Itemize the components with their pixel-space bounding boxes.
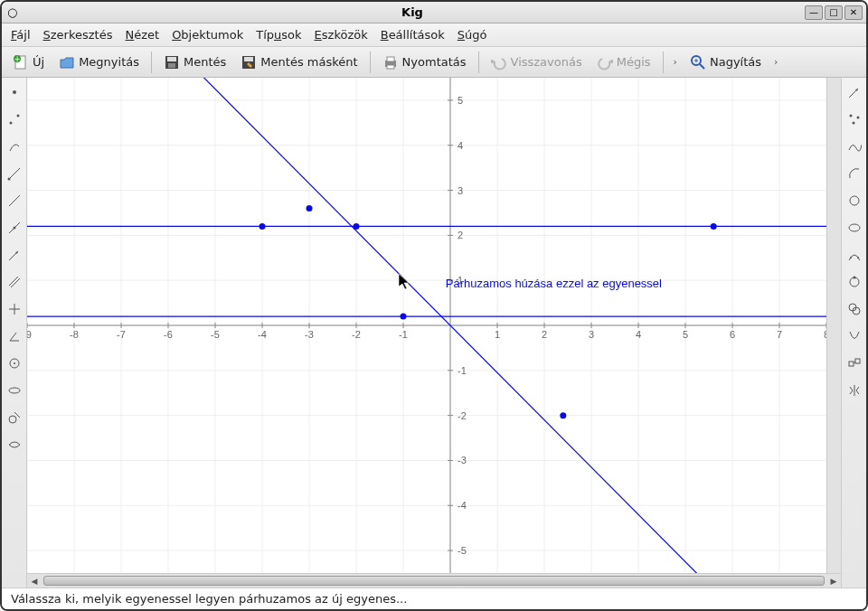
menu-help[interactable]: Súgó: [458, 28, 487, 42]
svg-text:7: 7: [777, 329, 782, 340]
svg-point-137: [853, 277, 855, 279]
svg-point-133: [849, 224, 860, 231]
zoom-label: Nagyítás: [710, 55, 761, 69]
svg-point-124: [401, 314, 407, 320]
toolbar-overflow-left[interactable]: ›: [670, 56, 681, 68]
app-window: ○ Kig — □ ✕ Fájl Szerkesztés Nézet Objek…: [0, 0, 868, 611]
svg-text:-2: -2: [352, 329, 361, 340]
parabola-tool[interactable]: [845, 327, 863, 345]
point-tool[interactable]: [5, 83, 24, 101]
app-icon: ○: [2, 5, 20, 19]
arc-tool[interactable]: [845, 164, 863, 183]
horizontal-scrollbar[interactable]: ◀ ▶: [27, 573, 841, 588]
zoom-button[interactable]: Nagyítás: [684, 52, 767, 73]
save-button[interactable]: Mentés: [158, 52, 231, 73]
svg-text:+: +: [14, 55, 21, 63]
svg-point-129: [849, 115, 852, 118]
svg-line-20: [9, 195, 20, 206]
segment-tool[interactable]: [5, 137, 24, 155]
svg-rect-141: [855, 359, 860, 363]
menu-objects[interactable]: Objektumok: [172, 28, 243, 42]
new-button[interactable]: + Új: [7, 52, 50, 73]
undo-icon: [491, 54, 507, 70]
save-label: Mentés: [184, 55, 226, 69]
menu-edit[interactable]: Szerkesztés: [43, 28, 113, 42]
halfline-tool[interactable]: [5, 219, 24, 237]
open-button[interactable]: Megnyitás: [53, 52, 145, 73]
svg-text:6: 6: [730, 329, 735, 340]
ray-tool[interactable]: [5, 164, 24, 183]
perpendicular-tool[interactable]: [5, 300, 24, 318]
saveas-icon: [241, 54, 257, 70]
transform-tool[interactable]: [845, 354, 863, 372]
svg-text:4: 4: [636, 329, 641, 340]
zoom-icon: [690, 54, 706, 70]
curve-tool[interactable]: [845, 137, 863, 155]
svg-rect-9: [387, 57, 394, 61]
svg-text:-3: -3: [458, 455, 467, 465]
points-tool[interactable]: [845, 110, 863, 128]
window-title: Kig: [20, 5, 805, 19]
svg-text:-1: -1: [399, 329, 408, 340]
maximize-button[interactable]: □: [825, 5, 843, 20]
scroll-thumb[interactable]: [43, 576, 825, 586]
svg-text:-7: -7: [117, 329, 126, 340]
circle3-tool[interactable]: [845, 300, 863, 318]
ellipse-tool[interactable]: [845, 219, 863, 237]
menu-file[interactable]: Fájl: [11, 28, 31, 42]
canvas[interactable]: -9-8-7-6-5-4-3-2-112345678-5-4-3-2-11234…: [27, 78, 826, 573]
svg-rect-10: [387, 65, 394, 69]
circle-center-tool[interactable]: [5, 354, 24, 372]
scroll-right-button[interactable]: ▶: [826, 574, 841, 588]
parallel-tool[interactable]: [5, 273, 24, 291]
vector-tool[interactable]: [5, 246, 24, 264]
svg-text:-5: -5: [458, 545, 467, 556]
tangent-tool[interactable]: [5, 409, 24, 427]
vertical-scrollbar[interactable]: [826, 78, 841, 573]
svg-text:4: 4: [458, 140, 463, 151]
svg-point-135: [857, 257, 859, 258]
menu-view[interactable]: Nézet: [125, 28, 159, 42]
svg-point-29: [14, 362, 15, 364]
midpoint-tool[interactable]: [5, 110, 24, 128]
toolbar: + Új Megnyitás Mentés Mentés másként Nyo…: [2, 47, 866, 78]
menu-settings[interactable]: Beállítások: [381, 28, 445, 42]
undo-button[interactable]: Visszavonás: [486, 52, 588, 73]
undo-label: Visszavonás: [511, 55, 582, 69]
minimize-button[interactable]: —: [805, 5, 823, 20]
svg-rect-4: [167, 57, 176, 61]
conic-tool[interactable]: [5, 381, 24, 400]
svg-text:-4: -4: [258, 329, 267, 340]
menu-tools[interactable]: Eszközök: [315, 28, 368, 42]
print-label: Nyomtatás: [402, 55, 467, 69]
svg-rect-140: [849, 362, 854, 366]
construct-tool[interactable]: [845, 273, 863, 291]
close-button[interactable]: ✕: [844, 5, 863, 20]
svg-text:3: 3: [589, 329, 594, 340]
circle-tool[interactable]: [845, 192, 863, 210]
new-icon: +: [13, 54, 29, 70]
svg-point-16: [9, 122, 12, 125]
svg-text:Párhuzamos húzása ezzel az egy: Párhuzamos húzása ezzel az egyenessel: [446, 277, 662, 290]
open-label: Megnyitás: [79, 55, 139, 69]
reflect-tool[interactable]: [845, 381, 863, 400]
redo-icon: [597, 54, 613, 70]
svg-text:-9: -9: [27, 329, 32, 340]
svg-point-125: [711, 223, 717, 230]
svg-line-18: [9, 168, 20, 179]
redo-button[interactable]: Mégis: [591, 52, 656, 73]
scroll-left-button[interactable]: ◀: [27, 574, 42, 588]
vector-op-tool[interactable]: [845, 83, 863, 101]
redo-label: Mégis: [617, 55, 651, 69]
angle-tool[interactable]: [5, 327, 24, 345]
svg-point-130: [856, 117, 859, 119]
line-tool[interactable]: [5, 192, 24, 210]
svg-text:-1: -1: [458, 365, 467, 376]
locus-tool[interactable]: [5, 436, 24, 454]
toolbar-overflow-right[interactable]: ›: [770, 56, 781, 68]
plot-svg: -9-8-7-6-5-4-3-2-112345678-5-4-3-2-11234…: [27, 78, 826, 573]
locus2-tool[interactable]: [845, 246, 863, 264]
print-button[interactable]: Nyomtatás: [377, 52, 472, 73]
saveas-button[interactable]: Mentés másként: [235, 52, 363, 73]
menu-types[interactable]: Típusok: [256, 28, 301, 42]
